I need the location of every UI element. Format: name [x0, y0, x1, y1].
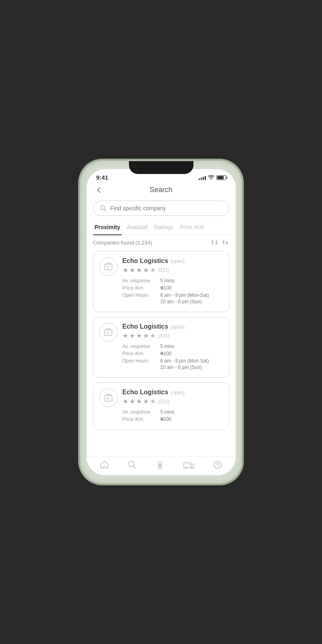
- review-count: (321): [158, 333, 170, 339]
- star-5: ★: [150, 266, 156, 274]
- hours-row: Open Hours 8 am - 9 pm (Mon-Sat) 10 am -…: [123, 292, 223, 304]
- price-value: ₦100: [160, 416, 172, 422]
- av-response-label: Av. response: [123, 344, 159, 349]
- company-logo: [99, 257, 118, 276]
- hours-label: Open Hours: [123, 292, 159, 304]
- tab-availability[interactable]: Availabil: [125, 221, 149, 235]
- av-response-label: Av. response: [123, 278, 159, 284]
- company-info: Echo Logistics (open) ★ ★ ★ ★ ★ (321) Av…: [123, 389, 223, 424]
- filter-icon[interactable]: [211, 239, 218, 246]
- price-label: Price /Km: [123, 416, 159, 422]
- star-2: ★: [129, 266, 135, 274]
- svg-point-23: [185, 467, 187, 469]
- status-time: 9:41: [96, 174, 108, 181]
- company-status: (open): [170, 259, 185, 264]
- company-logo: [99, 389, 118, 407]
- star-2: ★: [129, 332, 135, 340]
- battery-icon: [216, 175, 226, 180]
- company-card[interactable]: Echo Logistics (open) ★ ★ ★ ★ ★ (321) Av…: [93, 251, 229, 312]
- hours-weekend: 10 am - 6 pm (Sun): [160, 299, 209, 304]
- star-4: ★: [143, 398, 149, 405]
- stars-row: ★ ★ ★ ★ ★ (321): [123, 332, 223, 340]
- company-card[interactable]: Echo Logistics (open) ★ ★ ★ ★ ★ (321) Av…: [93, 383, 229, 430]
- company-status: (open): [170, 324, 185, 330]
- review-count: (321): [158, 399, 170, 404]
- av-response-row: Av. response 5 mins: [123, 409, 223, 415]
- price-label: Price /Km: [123, 351, 159, 356]
- signal-icon: [199, 175, 206, 180]
- company-logo: [99, 323, 118, 342]
- stars-row: ★ ★ ★ ★ ★ (321): [123, 398, 223, 405]
- nav-delivery[interactable]: [183, 460, 195, 470]
- star-3: ★: [136, 332, 142, 340]
- company-name: Echo Logistics: [123, 257, 168, 265]
- hours-weekend: 10 am - 6 pm (Sun): [160, 364, 209, 370]
- svg-point-24: [191, 467, 193, 469]
- search-bar[interactable]: [93, 201, 229, 216]
- svg-line-18: [134, 466, 136, 469]
- av-response-value: 5 mins: [160, 409, 175, 415]
- company-name: Echo Logistics: [123, 389, 168, 396]
- star-3: ★: [136, 266, 142, 274]
- svg-point-19: [158, 462, 162, 465]
- hours-weekday: 8 am - 9 pm (Mon-Sat): [160, 292, 209, 298]
- star-2: ★: [129, 398, 135, 405]
- notch: [129, 161, 193, 174]
- results-text: Companies found (1,234): [93, 240, 152, 246]
- av-response-value: 5 mins: [160, 344, 175, 349]
- price-row: Price /Km ₦100: [123, 416, 223, 422]
- tab-ratings[interactable]: Ratings: [152, 221, 175, 235]
- price-label: Price /Km: [123, 285, 159, 291]
- star-5: ★: [150, 398, 156, 405]
- hours-label: Open Hours: [123, 358, 159, 370]
- page-title: Search: [150, 186, 172, 194]
- av-response-label: Av. response: [123, 409, 159, 415]
- sort-icon[interactable]: [222, 239, 229, 246]
- phone-frame: 9:41: [81, 161, 241, 483]
- star-4: ★: [143, 332, 149, 340]
- screen: 9:41: [87, 169, 236, 475]
- wifi-icon: [208, 175, 214, 180]
- company-status: (open): [170, 390, 185, 396]
- star-5: ★: [150, 332, 156, 340]
- av-response-row: Av. response 5 mins: [123, 278, 223, 284]
- av-response-value: 5 mins: [160, 278, 175, 284]
- star-3: ★: [136, 398, 142, 405]
- company-card[interactable]: Echo Logistics (open) ★ ★ ★ ★ ★ (321) Av…: [93, 317, 229, 378]
- review-count: (321): [158, 267, 170, 273]
- price-value: ₦100: [160, 351, 172, 356]
- search-icon: [100, 205, 106, 211]
- results-bar: Companies found (1,234): [87, 235, 236, 250]
- tab-proximity[interactable]: Proximity: [93, 221, 122, 235]
- status-icons: [199, 175, 226, 180]
- company-name: Echo Logistics: [123, 323, 168, 330]
- av-response-row: Av. response 5 mins: [123, 344, 223, 349]
- svg-line-1: [104, 209, 106, 211]
- svg-rect-8: [105, 264, 112, 270]
- svg-point-17: [129, 461, 134, 467]
- filter-tabs: Proximity Availabil Ratings Price /KM: [87, 221, 236, 235]
- stars-row: ★ ★ ★ ★ ★ (321): [123, 266, 223, 274]
- svg-rect-11: [105, 330, 112, 335]
- nav-search[interactable]: [127, 460, 137, 470]
- tab-price[interactable]: Price /KM: [178, 221, 206, 235]
- svg-rect-14: [105, 396, 112, 401]
- price-row: Price /Km ₦100: [123, 351, 223, 356]
- back-button[interactable]: [95, 186, 103, 194]
- sort-icons: [211, 239, 229, 246]
- nav-home[interactable]: [100, 460, 109, 470]
- company-name-row: Echo Logistics (open): [123, 257, 223, 265]
- hours-weekday: 8 am - 9 pm (Mon-Sat): [160, 358, 209, 364]
- nav-rewards[interactable]: [155, 460, 165, 470]
- search-container: [87, 199, 236, 221]
- hours-row: Open Hours 8 am - 9 pm (Mon-Sat) 10 am -…: [123, 358, 223, 370]
- star-1: ★: [123, 266, 128, 274]
- svg-point-26: [217, 466, 218, 467]
- company-info: Echo Logistics (open) ★ ★ ★ ★ ★ (321) Av…: [123, 323, 223, 372]
- nav-help[interactable]: [213, 460, 222, 470]
- star-1: ★: [123, 398, 128, 405]
- header: Search: [87, 182, 236, 199]
- search-input[interactable]: [110, 205, 222, 211]
- bottom-nav: [87, 456, 236, 475]
- company-name-row: Echo Logistics (open): [123, 323, 223, 330]
